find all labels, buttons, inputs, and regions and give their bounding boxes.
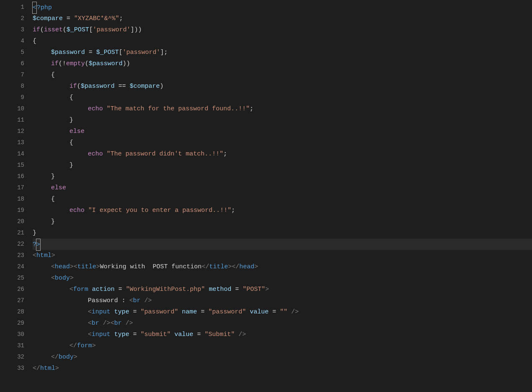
line-number: 32 [0, 351, 24, 363]
code-line[interactable]: if(!empty($password)) [33, 58, 532, 69]
code-line[interactable]: if(isset($_POST['password'])) [33, 24, 532, 36]
code-line[interactable]: { [33, 137, 532, 148]
line-number: 11 [0, 115, 24, 126]
code-line[interactable]: Password : <br /> [33, 295, 532, 306]
code-line[interactable]: else [33, 182, 532, 193]
code-line[interactable]: { [33, 193, 532, 205]
code-line[interactable]: <html> [33, 250, 532, 261]
line-number: 3 [0, 24, 24, 36]
line-number: 27 [0, 295, 24, 306]
code-line[interactable]: } [33, 216, 532, 227]
code-line[interactable]: } [33, 160, 532, 171]
code-line[interactable]: <input type = "password" name = "passwor… [33, 306, 532, 318]
code-line[interactable]: </body> [33, 351, 532, 363]
line-number: 9 [0, 92, 24, 103]
line-number: 16 [0, 171, 24, 182]
line-number: 4 [0, 36, 24, 47]
line-number: 25 [0, 272, 24, 284]
line-number: 21 [0, 227, 24, 239]
code-line[interactable]: echo "I expect you to enter a password..… [33, 205, 532, 216]
code-line[interactable]: <input type = "submit" value = "Submit" … [33, 329, 532, 340]
code-line[interactable]: <head><title>Working with POST function<… [33, 261, 532, 272]
line-number: 1 [0, 2, 24, 13]
line-number: 23 [0, 250, 24, 261]
line-number: 20 [0, 216, 24, 227]
code-line[interactable]: echo "The match for the password found..… [33, 103, 532, 115]
line-number: 6 [0, 58, 24, 69]
code-line[interactable]: <br /><br /> [33, 318, 532, 329]
line-number: 15 [0, 160, 24, 171]
code-line[interactable]: </html> [33, 363, 532, 374]
line-number: 26 [0, 284, 24, 295]
line-number: 33 [0, 363, 24, 374]
code-line[interactable]: $compare = "XYZABC*&^%"; [33, 13, 532, 24]
code-line[interactable]: { [33, 36, 532, 47]
code-line[interactable]: } [33, 171, 532, 182]
code-line[interactable]: ?> [33, 239, 532, 250]
code-line[interactable]: if($password == $compare) [33, 81, 532, 92]
code-line[interactable]: else [33, 126, 532, 137]
line-number: 28 [0, 306, 24, 318]
line-number: 8 [0, 81, 24, 92]
code-line[interactable]: $password = $_POST['password']; [33, 47, 532, 58]
line-number: 5 [0, 47, 24, 58]
line-number: 12 [0, 126, 24, 137]
line-number: 19 [0, 205, 24, 216]
code-line[interactable]: <body> [33, 272, 532, 284]
code-line[interactable]: <form action = "WorkingWithPost.php" met… [33, 284, 532, 295]
code-line[interactable]: } [33, 227, 532, 239]
code-line[interactable]: echo "The password didn't match..!!"; [33, 148, 532, 160]
code-line[interactable]: { [33, 92, 532, 103]
line-number: 31 [0, 340, 24, 351]
line-number: 17 [0, 182, 24, 193]
line-number: 22 [0, 239, 24, 250]
line-number: 18 [0, 193, 24, 205]
line-number: 10 [0, 103, 24, 115]
code-content[interactable]: <?php$compare = "XYZABC*&^%";if(isset($_… [33, 0, 532, 392]
line-number: 13 [0, 137, 24, 148]
line-number-gutter: 1234567891011121314151617181920212223242… [0, 0, 33, 392]
line-number: 29 [0, 318, 24, 329]
code-editor[interactable]: 1234567891011121314151617181920212223242… [0, 0, 532, 392]
line-number: 30 [0, 329, 24, 340]
code-line[interactable]: <?php [33, 2, 532, 13]
code-line[interactable]: } [33, 115, 532, 126]
line-number: 2 [0, 13, 24, 24]
code-line[interactable]: { [33, 69, 532, 81]
line-number: 14 [0, 148, 24, 160]
code-line[interactable]: </form> [33, 340, 532, 351]
line-number: 24 [0, 261, 24, 272]
line-number: 7 [0, 69, 24, 81]
